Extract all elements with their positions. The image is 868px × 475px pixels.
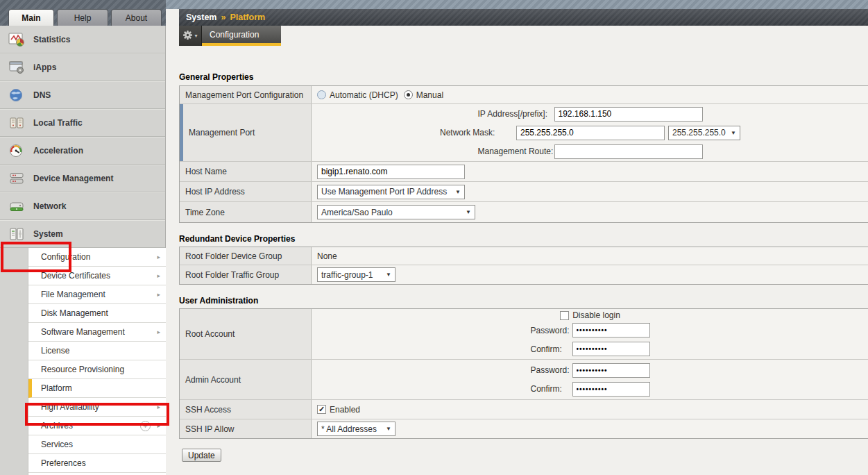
submenu-item-platform[interactable]: Platform [28, 379, 166, 398]
sidebar-item-acceleration[interactable]: Acceleration [0, 137, 165, 165]
ssh-ip-allow-value: * All Addresses ▼ [312, 419, 868, 438]
admin-password-input[interactable] [572, 363, 650, 378]
row-label-host-ip: Host IP Address [180, 182, 312, 201]
chevron-right-icon: ▸ [157, 403, 160, 410]
ssh-access-value: ✓ Enabled [312, 400, 868, 419]
submenu-item-services[interactable]: Services [28, 435, 166, 454]
sidebar-item-label: Statistics [33, 35, 70, 44]
top-stripe-band [166, 0, 868, 9]
sidebar-item-label: Local Traffic [33, 118, 83, 128]
submenu-item-label: Device Certificates [41, 271, 110, 281]
ssh-ip-allow-select[interactable]: * All Addresses ▼ [317, 422, 395, 436]
submenu-item-label: Platform [41, 383, 72, 393]
submenu-item-license[interactable]: License [28, 342, 166, 360]
sidebar-item-dns[interactable]: DNS [0, 81, 165, 109]
traffic-group-value: traffic-group-1 ▼ [312, 265, 868, 284]
row-label-mgmt-port-config: Management Port Configuration [180, 86, 312, 103]
tab-help[interactable]: Help [57, 9, 108, 26]
select-caret-icon: ▼ [731, 130, 736, 136]
tab-main[interactable]: Main [8, 9, 54, 26]
root-confirm-input[interactable] [572, 342, 650, 356]
time-zone-select[interactable]: America/Sao Paulo ▼ [317, 205, 475, 219]
mgmt-port-config-value: Automatic (DHCP) Manual [312, 86, 868, 103]
submenu-item-high-availability[interactable]: High Availability ▸ [28, 398, 166, 417]
sidebar: Statistics iApps DNS [0, 26, 166, 475]
submenu-item-software-management[interactable]: Software Management ▸ [28, 323, 166, 342]
root-confirm-label: Confirm: [531, 344, 572, 354]
network-mask-select[interactable]: 255.255.255.0 ▼ [668, 126, 740, 140]
chevron-right-icon: ▸ [157, 291, 160, 298]
system-icon [8, 227, 26, 241]
row-label-root-account: Root Account [180, 309, 312, 359]
submenu-item-label: Software Management [41, 327, 125, 337]
submenu-item-label: Archives [41, 421, 73, 431]
host-name-input[interactable] [317, 165, 465, 179]
update-button[interactable]: Update [182, 449, 221, 462]
root-password-input[interactable] [572, 323, 650, 338]
row-label-ssh-ip-allow: SSH IP Allow [180, 419, 312, 438]
system-submenu: Configuration ▸ Device Certificates ▸ Fi… [28, 248, 166, 475]
chevron-right-icon: ▸ [157, 422, 160, 429]
submenu-item-file-management[interactable]: File Management ▸ [28, 285, 166, 304]
network-mask-label: Network Mask: [440, 128, 516, 138]
sidebar-item-system[interactable]: System [0, 220, 165, 248]
traffic-group-select[interactable]: traffic-group-1 ▼ [317, 267, 395, 282]
tab-configuration[interactable]: Configuration [202, 26, 281, 46]
chevron-down-icon: ▾ [194, 33, 197, 39]
management-route-label: Management Route: [478, 147, 554, 156]
tab-about[interactable]: About [111, 9, 162, 26]
statistics-icon [8, 33, 26, 47]
main-content: General Properties Management Port Confi… [166, 46, 868, 475]
submenu-item-label: License [41, 346, 69, 356]
radio-manual[interactable] [404, 90, 413, 99]
sidebar-item-statistics[interactable]: Statistics [0, 26, 165, 53]
sidebar-item-device-management[interactable]: Device Management [0, 165, 165, 192]
plus-icon[interactable]: + [140, 421, 151, 431]
gear-menu-button[interactable]: ▾ [179, 26, 202, 46]
submenu-item-archives[interactable]: Archives + ▸ [28, 417, 166, 435]
root-password-label: Password: [531, 326, 572, 335]
device-management-icon [8, 172, 26, 185]
sidebar-item-label: DNS [33, 90, 51, 100]
section-title-redundant: Redundant Device Properties [179, 234, 295, 244]
row-label-management-port: Management Port [180, 104, 312, 161]
disable-login-checkbox[interactable] [560, 311, 569, 320]
chevron-right-icon: ▸ [157, 272, 160, 279]
management-port-fields: IP Address[/prefix]: Network Mask: 255.2… [312, 104, 868, 161]
submenu-item-configuration[interactable]: Configuration ▸ [28, 248, 166, 267]
select-caret-icon: ▼ [386, 426, 391, 432]
breadcrumb-page: Platform [230, 12, 265, 22]
management-route-input[interactable] [554, 144, 703, 159]
sidebar-item-iapps[interactable]: iApps [0, 53, 165, 81]
admin-password-label: Password: [531, 365, 572, 375]
dns-icon [8, 88, 26, 102]
ssh-enabled-checkbox[interactable]: ✓ [317, 405, 326, 414]
host-ip-select[interactable]: Use Management Port IP Address ▼ [317, 185, 465, 199]
chevron-right-icon: ▸ [157, 328, 160, 335]
network-mask-input[interactable] [516, 126, 665, 140]
submenu-item-preferences[interactable]: Preferences [28, 454, 166, 473]
submenu-item-label: Preferences [41, 458, 86, 468]
sidebar-item-local-traffic[interactable]: Local Traffic [0, 109, 165, 137]
iapps-icon [8, 60, 26, 74]
row-label-time-zone: Time Zone [180, 202, 312, 222]
device-group-value: None [312, 247, 868, 265]
tab-help-label: Help [74, 13, 92, 23]
select-caret-icon: ▼ [386, 272, 391, 278]
tab-main-label: Main [22, 13, 40, 23]
admin-confirm-label: Confirm: [531, 384, 572, 394]
acceleration-icon [8, 144, 26, 158]
submenu-item-device-certificates[interactable]: Device Certificates ▸ [28, 267, 166, 285]
table-row: Root Account Disable login Password: Con… [180, 309, 868, 360]
submenu-item-disk-management[interactable]: Disk Management [28, 304, 166, 323]
sidebar-item-network[interactable]: Network [0, 192, 165, 220]
submenu-item-label: High Availability [41, 402, 99, 412]
sidebar-item-label: iApps [33, 62, 56, 72]
select-caret-icon: ▼ [466, 209, 471, 215]
chevron-right-icon: ▸ [157, 253, 160, 260]
ip-address-input[interactable] [554, 107, 703, 122]
page-toolbar: ▾ Configuration [179, 26, 281, 46]
admin-confirm-input[interactable] [572, 382, 650, 397]
submenu-item-resource-provisioning[interactable]: Resource Provisioning [28, 360, 166, 379]
radio-automatic-dhcp[interactable] [317, 90, 326, 99]
